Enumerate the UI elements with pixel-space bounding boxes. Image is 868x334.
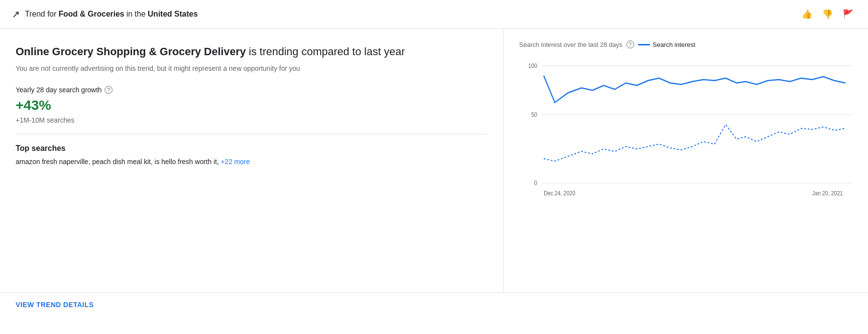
search-volume: +1M-10M searches [16, 116, 488, 124]
trend-heading-bold: Online Grocery Shopping & Grocery Delive… [16, 45, 246, 58]
flag-button[interactable]: 🚩 [840, 6, 856, 22]
chart-label: Search interest over the last 28 days [519, 41, 623, 48]
growth-help-icon[interactable]: ? [105, 86, 112, 94]
chart-legend: Search interest [638, 41, 695, 48]
trend-heading: Online Grocery Shopping & Grocery Delive… [16, 44, 488, 60]
top-searches-content: amazon fresh naperville, peach dish meal… [16, 158, 219, 166]
trend-icon: ↗ [12, 8, 20, 20]
page-header: ↗ Trend for Food & Groceries in the Unit… [0, 0, 868, 29]
header-actions: 👍 👎 🚩 [799, 6, 856, 22]
right-panel: Search interest over the last 28 days ? … [504, 29, 868, 292]
category-bold: Food & Groceries [59, 10, 124, 18]
view-trend-details-button[interactable]: VIEW TREND DETAILS [16, 301, 94, 309]
left-panel: Online Grocery Shopping & Grocery Delive… [0, 29, 504, 292]
country-bold: United States [148, 10, 198, 18]
svg-text:50: 50 [531, 112, 537, 118]
trend-chart: 100 50 0 Dec 24, 2020 Jan 20, 2021 [519, 56, 857, 212]
more-searches-link[interactable]: +22 more [221, 158, 250, 166]
svg-text:100: 100 [528, 63, 537, 69]
footer: VIEW TREND DETAILS [0, 292, 868, 316]
thumbdown-button[interactable]: 👎 [819, 6, 836, 22]
top-searches-section: Top searches amazon fresh naperville, pe… [16, 134, 488, 166]
chart-help-icon[interactable]: ? [626, 41, 634, 48]
growth-value: +43% [16, 98, 488, 113]
growth-label: Yearly 28 day search growth ? [16, 86, 488, 94]
top-searches-title: Top searches [16, 144, 488, 153]
svg-text:0: 0 [534, 180, 537, 187]
header-title: Trend for Food & Groceries in the United… [25, 10, 198, 19]
header-left: ↗ Trend for Food & Groceries in the Unit… [12, 8, 198, 20]
header-title-middle: in the [126, 10, 148, 18]
svg-text:Dec 24, 2020: Dec 24, 2020 [543, 190, 575, 197]
trend-subtext: You are not currently advertising on thi… [16, 64, 488, 72]
growth-label-text: Yearly 28 day search growth [16, 86, 102, 94]
chart-header: Search interest over the last 28 days ? … [519, 41, 857, 48]
thumbup-button[interactable]: 👍 [799, 6, 815, 22]
svg-text:Jan 20, 2021: Jan 20, 2021 [812, 190, 843, 197]
legend-label: Search interest [653, 41, 695, 48]
legend-line-icon [638, 44, 650, 45]
trend-heading-suffix: is trending compared to last year [246, 45, 405, 58]
chart-container: 100 50 0 Dec 24, 2020 Jan 20, 2021 [519, 56, 857, 212]
main-content: Online Grocery Shopping & Grocery Delive… [0, 29, 868, 292]
top-searches-text: amazon fresh naperville, peach dish meal… [16, 158, 488, 166]
